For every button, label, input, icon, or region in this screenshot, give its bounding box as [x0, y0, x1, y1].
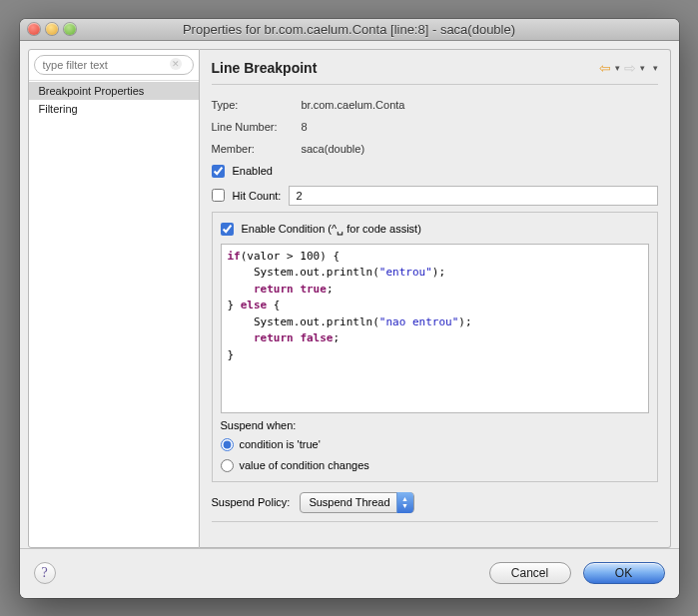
radio-changes-label: value of condition changes [240, 459, 369, 471]
enabled-checkbox[interactable] [212, 165, 225, 178]
field-line: Line Number: 8 [212, 119, 658, 135]
view-menu-icon[interactable]: ▾ [653, 63, 658, 73]
enable-condition-label: Enable Condition (^␣ for code assist) [242, 223, 421, 236]
window-title: Properties for br.com.caelum.Conta [line… [20, 22, 679, 37]
back-icon[interactable]: ⇦ [599, 60, 611, 76]
radio-condition-true: condition is 'true' [221, 437, 649, 452]
main-panel: Line Breakpoint ⇦▾ ⇨▾ ▾ Type: br.com.cae… [200, 49, 671, 548]
help-icon[interactable]: ? [34, 562, 56, 584]
nav-arrows: ⇦▾ ⇨▾ ▾ [599, 60, 658, 76]
minimize-icon[interactable] [46, 23, 58, 35]
suspend-policy-value: Suspend Thread [309, 496, 395, 508]
line-label: Line Number: [212, 121, 298, 133]
titlebar[interactable]: Properties for br.com.caelum.Conta [line… [20, 19, 679, 41]
enabled-label: Enabled [233, 165, 273, 177]
suspend-policy-select[interactable]: Suspend Thread ▲▼ [300, 492, 413, 513]
hitcount-label: Hit Count: [233, 190, 282, 202]
condition-code-editor[interactable]: if(valor > 100) { System.out.println("en… [221, 244, 649, 413]
field-member: Member: saca(double) [212, 141, 658, 157]
zoom-icon[interactable] [64, 23, 76, 35]
enable-condition-checkbox[interactable] [221, 223, 234, 236]
page-title: Line Breakpoint [212, 60, 318, 76]
forward-icon[interactable]: ⇨ [624, 60, 636, 76]
dialog-footer: ? Cancel OK [20, 548, 679, 598]
filter-wrap [29, 50, 199, 81]
sidebar: Breakpoint Properties Filtering [28, 49, 200, 548]
dialog-window: Properties for br.com.caelum.Conta [line… [20, 19, 679, 598]
footer-buttons: Cancel OK [489, 562, 665, 584]
traffic-lights [20, 23, 76, 35]
radio-true[interactable] [221, 438, 234, 451]
condition-group: Enable Condition (^␣ for code assist) if… [212, 212, 658, 482]
close-icon[interactable] [28, 23, 40, 35]
member-value: saca(double) [302, 143, 365, 155]
field-type: Type: br.com.caelum.Conta [212, 97, 658, 113]
hitcount-row: Hit Count: [212, 186, 658, 206]
enabled-row: Enabled [212, 163, 658, 180]
back-menu-icon[interactable]: ▾ [615, 63, 620, 73]
sidebar-item-filtering[interactable]: Filtering [29, 100, 199, 118]
separator [212, 84, 658, 85]
type-label: Type: [212, 99, 298, 111]
suspend-policy-label: Suspend Policy: [212, 496, 291, 508]
line-value: 8 [302, 121, 308, 133]
heading-row: Line Breakpoint ⇦▾ ⇨▾ ▾ [212, 60, 658, 76]
type-value: br.com.caelum.Conta [302, 99, 405, 111]
select-stepper-icon: ▲▼ [396, 492, 413, 513]
hitcount-input[interactable] [289, 186, 657, 206]
ok-button[interactable]: OK [583, 562, 665, 584]
suspend-when-label: Suspend when: [221, 419, 649, 431]
forward-menu-icon[interactable]: ▾ [640, 63, 645, 73]
radio-value-changes: value of condition changes [221, 458, 649, 473]
hitcount-checkbox[interactable] [212, 189, 225, 202]
enable-condition-row: Enable Condition (^␣ for code assist) [221, 221, 649, 238]
radio-changes[interactable] [221, 459, 234, 472]
sidebar-list: Breakpoint Properties Filtering [29, 81, 199, 547]
member-label: Member: [212, 143, 298, 155]
suspend-policy-row: Suspend Policy: Suspend Thread ▲▼ [212, 492, 658, 513]
cancel-button[interactable]: Cancel [489, 562, 571, 584]
sidebar-item-breakpoint-properties[interactable]: Breakpoint Properties [29, 82, 199, 100]
radio-true-label: condition is 'true' [240, 438, 321, 450]
separator-bottom [212, 521, 658, 522]
dialog-body: Breakpoint Properties Filtering Line Bre… [20, 41, 679, 548]
